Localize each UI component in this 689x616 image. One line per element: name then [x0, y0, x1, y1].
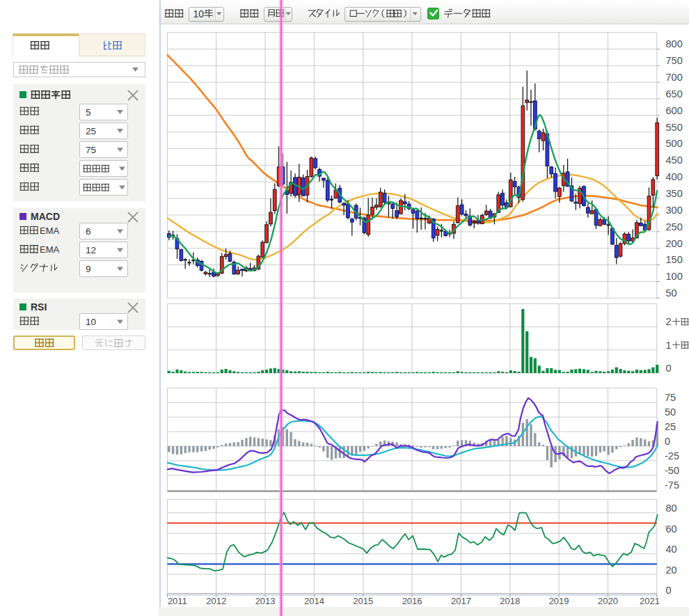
svg-text:75: 75 — [86, 145, 96, 155]
svg-text:2012: 2012 — [206, 596, 226, 606]
svg-text:2015: 2015 — [353, 596, 373, 606]
svg-text:400: 400 — [666, 171, 683, 182]
svg-text:EMA: EMA — [40, 226, 60, 236]
svg-text:750: 750 — [666, 55, 683, 66]
svg-text:-25: -25 — [665, 450, 679, 461]
svg-text:2: 2 — [666, 316, 672, 327]
svg-text:25: 25 — [86, 126, 96, 136]
svg-text:650: 650 — [666, 88, 683, 100]
svg-text:2021: 2021 — [640, 596, 660, 606]
svg-text:50: 50 — [665, 406, 676, 418]
svg-text:550: 550 — [666, 122, 683, 133]
svg-text:0: 0 — [665, 436, 670, 447]
svg-text:350: 350 — [666, 188, 683, 199]
svg-text:20: 20 — [666, 564, 677, 576]
svg-text:RSI: RSI — [31, 301, 47, 313]
svg-text:2018: 2018 — [500, 596, 520, 606]
svg-text:2019: 2019 — [549, 596, 569, 606]
svg-text:MACD: MACD — [31, 211, 60, 222]
svg-text:800: 800 — [666, 38, 683, 49]
svg-text:2020: 2020 — [598, 596, 618, 606]
svg-text:0: 0 — [666, 585, 672, 596]
svg-text:9: 9 — [86, 264, 91, 274]
svg-text:10: 10 — [86, 317, 96, 327]
svg-text:700: 700 — [666, 72, 683, 83]
svg-text:2011: 2011 — [168, 596, 187, 606]
svg-text:-50: -50 — [665, 465, 679, 476]
svg-text:10: 10 — [193, 8, 205, 19]
svg-text:150: 150 — [666, 254, 683, 265]
svg-text:450: 450 — [666, 155, 683, 166]
svg-text:EMA: EMA — [40, 244, 60, 255]
svg-text:300: 300 — [666, 205, 683, 216]
svg-text:-75: -75 — [665, 480, 679, 491]
svg-text:6: 6 — [86, 226, 91, 237]
svg-text:600: 600 — [666, 105, 683, 116]
svg-text:0: 0 — [666, 363, 672, 374]
svg-text:80: 80 — [666, 503, 677, 514]
svg-text:2016: 2016 — [402, 596, 422, 606]
svg-text:60: 60 — [666, 523, 677, 535]
svg-text:500: 500 — [666, 138, 683, 149]
svg-text:50: 50 — [666, 287, 677, 299]
svg-text:75: 75 — [665, 392, 676, 403]
svg-text:200: 200 — [666, 238, 683, 249]
svg-text:250: 250 — [666, 221, 683, 232]
svg-text:100: 100 — [666, 271, 683, 282]
svg-text:12: 12 — [86, 245, 96, 255]
svg-text:25: 25 — [665, 421, 676, 432]
svg-text:40: 40 — [666, 544, 677, 555]
svg-text:5: 5 — [86, 107, 91, 118]
svg-text:2017: 2017 — [451, 596, 471, 606]
svg-text:2013: 2013 — [255, 596, 276, 606]
svg-text:1: 1 — [666, 340, 672, 351]
svg-text:2014: 2014 — [304, 596, 324, 606]
